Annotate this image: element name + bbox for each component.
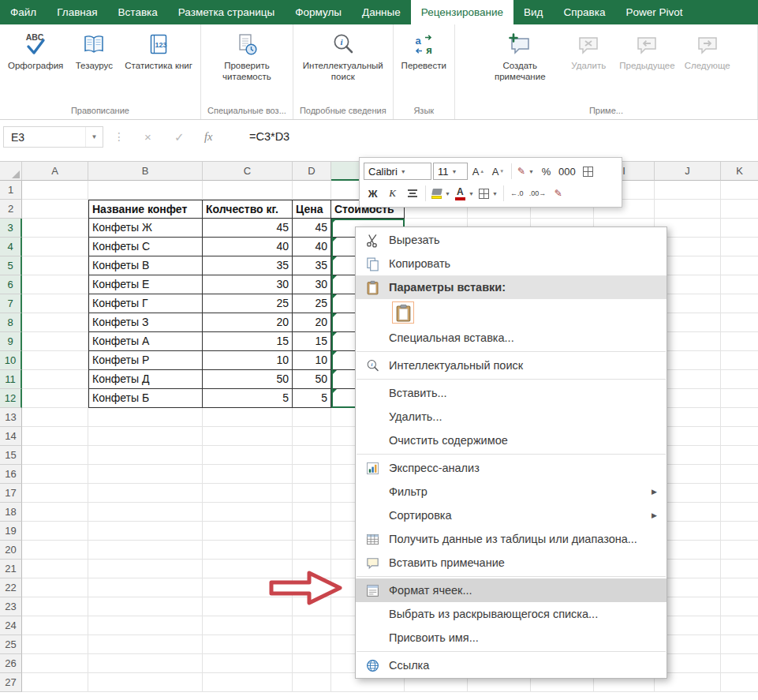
cell-D27[interactable]	[293, 673, 331, 692]
cell-B19[interactable]	[88, 522, 203, 541]
tab-file[interactable]: Файл	[0, 0, 47, 24]
column-header-D[interactable]: D	[293, 162, 331, 181]
cell-B9[interactable]: Конфеты А	[88, 332, 203, 351]
row-header-5[interactable]: 5	[0, 256, 22, 275]
cell-A12[interactable]	[22, 389, 88, 408]
cell-C20[interactable]	[203, 541, 293, 560]
ribbon-button-thesaurus[interactable]: Тезаурус	[69, 28, 119, 73]
cell-B24[interactable]	[88, 616, 203, 635]
cell-C9[interactable]: 15	[203, 332, 293, 351]
column-header-K[interactable]: K	[721, 162, 758, 181]
fill-color-button[interactable]: ▼	[430, 185, 452, 202]
cell-D13[interactable]	[293, 408, 331, 427]
cell-C1[interactable]	[203, 181, 293, 200]
menu-item-cut[interactable]: Вырезать	[356, 228, 667, 252]
cell-D12[interactable]: 5	[293, 389, 331, 408]
cell-K9[interactable]	[721, 332, 758, 351]
row-header-19[interactable]: 19	[0, 522, 22, 541]
tab-help[interactable]: Справка	[553, 0, 615, 24]
formula-input[interactable]: =C3*D3	[249, 130, 289, 143]
cell-A23[interactable]	[22, 597, 88, 616]
row-header-16[interactable]: 16	[0, 465, 22, 484]
increase-decimal-button[interactable]: ←.0	[508, 185, 526, 202]
row-header-8[interactable]: 8	[0, 313, 22, 332]
menu-item-sort[interactable]: Сортировка▶	[356, 503, 667, 527]
cell-J2[interactable]	[655, 200, 721, 219]
cell-C11[interactable]: 50	[203, 370, 293, 389]
menu-item-insert-cells[interactable]: Вставить...	[356, 381, 667, 405]
menu-item-quick-analysis[interactable]: Экспресс-анализ	[356, 456, 667, 480]
cell-B25[interactable]	[88, 635, 203, 654]
borders-button[interactable]: ▼	[477, 185, 499, 202]
cell-B5[interactable]: Конфеты В	[88, 256, 203, 275]
cell-A2[interactable]	[22, 200, 88, 219]
paste-icon[interactable]	[392, 301, 414, 324]
cell-C27[interactable]	[203, 673, 293, 692]
cell-A18[interactable]	[22, 503, 88, 522]
ribbon-button-new-comment[interactable]: Создать примечание	[478, 28, 562, 84]
tab-power-pivot[interactable]: Power Pivot	[615, 0, 693, 24]
cell-D14[interactable]	[293, 427, 331, 446]
cell-K24[interactable]	[721, 616, 758, 635]
center-align-button[interactable]	[403, 185, 421, 202]
cell-C10[interactable]: 10	[203, 351, 293, 370]
cell-C7[interactable]: 25	[203, 294, 293, 313]
cell-J1[interactable]	[655, 181, 721, 200]
column-header-A[interactable]: A	[22, 162, 88, 181]
cell-K6[interactable]	[721, 275, 758, 294]
row-header-23[interactable]: 23	[0, 597, 22, 616]
tab-home[interactable]: Главная	[47, 0, 107, 24]
menu-item-clear-contents[interactable]: Очистить содержимое	[356, 429, 667, 452]
cell-B15[interactable]	[88, 446, 203, 465]
cell-C13[interactable]	[203, 408, 293, 427]
row-header-27[interactable]: 27	[0, 673, 22, 692]
name-box[interactable]: E3 ▼	[3, 126, 103, 148]
cell-D26[interactable]	[293, 654, 331, 673]
cell-B17[interactable]	[88, 484, 203, 503]
cell-D7[interactable]: 25	[293, 294, 331, 313]
cell-K3[interactable]	[721, 219, 758, 238]
cell-C6[interactable]: 30	[203, 275, 293, 294]
cell-D6[interactable]: 30	[293, 275, 331, 294]
cell-C12[interactable]: 5	[203, 389, 293, 408]
cell-B26[interactable]	[88, 654, 203, 673]
row-header-2[interactable]: 2	[0, 200, 22, 219]
cell-C14[interactable]	[203, 427, 293, 446]
cell-B11[interactable]: Конфеты Д	[88, 370, 203, 389]
cell-K4[interactable]	[721, 238, 758, 256]
ribbon-button-spelling[interactable]: ABCОрфография	[4, 28, 67, 73]
row-header-25[interactable]: 25	[0, 635, 22, 654]
menu-item-copy[interactable]: Копировать	[356, 252, 667, 275]
cell-D20[interactable]	[293, 541, 331, 560]
menu-item-smart-lookup[interactable]: iИнтеллектуальный поиск	[356, 354, 667, 377]
cell-K27[interactable]	[721, 673, 758, 692]
cell-D17[interactable]	[293, 484, 331, 503]
cell-K17[interactable]	[721, 484, 758, 503]
cell-K18[interactable]	[721, 503, 758, 522]
formula-bar-resizer-icon[interactable]: ⋮	[114, 130, 125, 143]
cell-A6[interactable]	[22, 275, 88, 294]
column-header-C[interactable]: C	[203, 162, 293, 181]
cell-D15[interactable]	[293, 446, 331, 465]
cancel-icon[interactable]: ×	[144, 130, 151, 144]
bold-button[interactable]: Ж	[364, 185, 382, 202]
column-header-B[interactable]: B	[88, 162, 203, 181]
cell-B16[interactable]	[88, 465, 203, 484]
cell-D19[interactable]	[293, 522, 331, 541]
menu-item-insert-comment[interactable]: Вставить примечание	[356, 551, 667, 575]
row-header-9[interactable]: 9	[0, 332, 22, 351]
cell-D25[interactable]	[293, 635, 331, 654]
row-header-11[interactable]: 11	[0, 370, 22, 389]
menu-item-get-data-from-table[interactable]: Получить данные из таблицы или диапазона…	[356, 527, 667, 551]
cell-B20[interactable]	[88, 541, 203, 560]
cell-A22[interactable]	[22, 578, 88, 597]
row-header-24[interactable]: 24	[0, 616, 22, 635]
shrink-font-button[interactable]: А▼	[489, 163, 507, 180]
cell-A13[interactable]	[22, 408, 88, 427]
cell-A10[interactable]	[22, 351, 88, 370]
cell-A21[interactable]	[22, 560, 88, 578]
cell-B21[interactable]	[88, 560, 203, 578]
cell-D24[interactable]	[293, 616, 331, 635]
cell-C17[interactable]	[203, 484, 293, 503]
italic-button[interactable]: К	[383, 185, 401, 202]
